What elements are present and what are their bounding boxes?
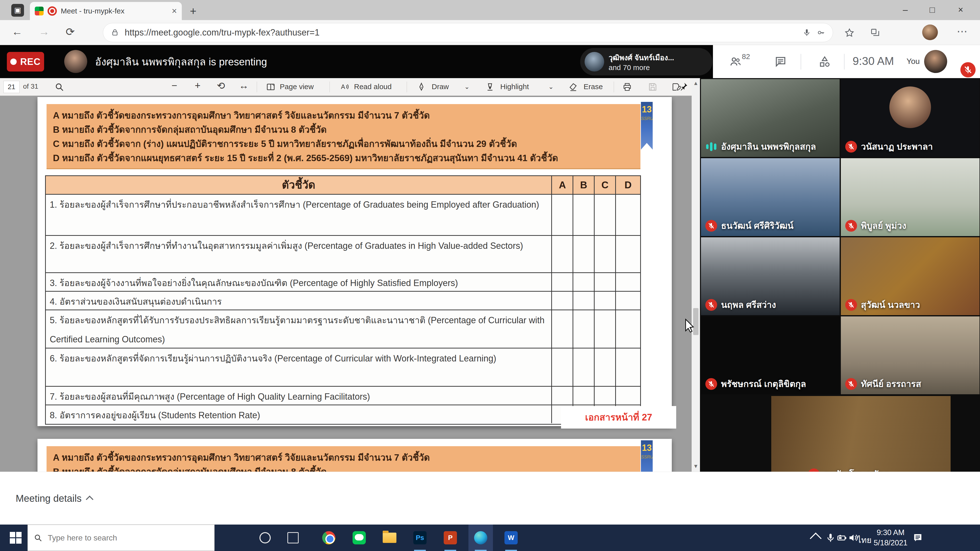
participant-name: คมสัน โสมณวัตร bbox=[824, 467, 889, 472]
indicator-text: 4. อัตราส่วนของเงินสนับสนุนต่องบดำเนินกา… bbox=[46, 292, 551, 310]
zoom-in-icon[interactable]: + bbox=[195, 80, 200, 91]
chevron-up-icon bbox=[86, 495, 93, 503]
cell-c bbox=[594, 195, 615, 235]
highlight-dropdown-icon[interactable]: ⌄ bbox=[548, 83, 554, 91]
favorites-star-icon[interactable] bbox=[844, 27, 855, 38]
print-icon[interactable] bbox=[622, 82, 632, 92]
cell-c bbox=[594, 348, 615, 386]
indicator-table: ตัวชี้วัด A B C D 1. ร้อยละของผู้สำเร็จก… bbox=[45, 175, 641, 425]
url-field[interactable]: https://meet.google.com/tru-mypk-fex?aut… bbox=[103, 23, 833, 42]
save-icon[interactable] bbox=[648, 82, 657, 92]
back-button[interactable]: ← bbox=[12, 25, 22, 38]
cell-b bbox=[573, 387, 594, 405]
fit-to-width-icon[interactable]: ↔ bbox=[239, 80, 249, 91]
taskbar-line-app[interactable] bbox=[347, 524, 371, 551]
speaking-indicator-icon bbox=[705, 141, 717, 152]
indicator-text: 3. ร้อยละของผู้จ้างงานที่พอใจอย่างยิ่งใน… bbox=[46, 273, 551, 291]
chat-icon[interactable] bbox=[774, 56, 787, 68]
pdf-scrollbar[interactable]: ▲ ▼ bbox=[692, 78, 700, 472]
taskbar-photoshop[interactable]: Ps bbox=[408, 524, 432, 551]
window-close-button[interactable]: × bbox=[950, 4, 972, 16]
taskbar-powerpoint[interactable]: P bbox=[438, 524, 463, 551]
browser-menu-icon[interactable]: ⋯ bbox=[957, 25, 967, 38]
meeting-details-button[interactable]: Meeting details bbox=[16, 472, 93, 525]
tray-clock[interactable]: 9:30 AM 5/18/2021 bbox=[872, 527, 909, 548]
highlight-label[interactable]: Highlight bbox=[500, 83, 529, 91]
mic-muted-icon bbox=[705, 299, 717, 311]
collections-icon[interactable] bbox=[870, 27, 881, 38]
people-icon[interactable] bbox=[729, 56, 742, 68]
participant-name: พิบูลย์ พูม่วง bbox=[861, 219, 906, 233]
pdf-toolbar: of 31 − + ⟲ ↔ Page view Read aloud Draw … bbox=[0, 78, 692, 96]
zoom-out-icon[interactable]: − bbox=[172, 80, 177, 91]
tray-expand-icon[interactable] bbox=[810, 533, 821, 545]
participant-tile[interactable]: ทัศนีย์ อรรถารส bbox=[841, 316, 980, 394]
voice-search-icon[interactable] bbox=[802, 28, 811, 37]
window-minimize-button[interactable]: – bbox=[894, 4, 916, 16]
search-input[interactable] bbox=[47, 533, 208, 543]
draw-label[interactable]: Draw bbox=[432, 83, 449, 91]
scroll-down-icon[interactable]: ▼ bbox=[692, 463, 700, 470]
taskbar-file-explorer[interactable] bbox=[377, 524, 402, 551]
participant-name: สุวัฒน์ นวลขาว bbox=[861, 298, 920, 312]
highlight-icon[interactable] bbox=[485, 82, 495, 92]
workspaces-icon[interactable]: ▣ bbox=[11, 4, 24, 17]
cortana-button[interactable] bbox=[253, 524, 277, 551]
cell-a bbox=[551, 387, 573, 405]
rotate-icon[interactable]: ⟲ bbox=[217, 80, 225, 91]
taskbar-edge[interactable] bbox=[468, 524, 493, 551]
table-row: 7. ร้อยละของผู้สอนที่มีคุณภาพสูง (Percen… bbox=[46, 387, 640, 405]
browser-profile-avatar[interactable] bbox=[922, 24, 938, 40]
scroll-up-icon[interactable]: ▲ bbox=[692, 80, 700, 86]
participant-tile[interactable]: พิบูลย์ พูม่วง bbox=[841, 158, 980, 236]
taskbar-chrome[interactable] bbox=[317, 524, 341, 551]
legend-line-c: C หมายถึง ตัวชี้วัดจาก (ร่าง) แผนปฏิบัติ… bbox=[53, 137, 634, 151]
pin-toolbar-icon[interactable] bbox=[679, 81, 689, 91]
participant-tile[interactable]: วนัสนาฏ ประพาลา bbox=[841, 79, 980, 157]
table-row: 8. อัตราการคงอยู่ของผู้เรียน (Students R… bbox=[46, 405, 640, 423]
mic-muted-icon bbox=[705, 378, 717, 390]
participant-tile[interactable]: สุวัฒน์ นวลขาว bbox=[841, 237, 980, 315]
read-aloud-icon[interactable] bbox=[339, 82, 349, 92]
password-key-icon[interactable] bbox=[816, 28, 826, 37]
page-number-input[interactable] bbox=[3, 81, 20, 93]
tab-close-icon[interactable]: × bbox=[172, 6, 177, 16]
task-view-button[interactable] bbox=[281, 524, 305, 551]
search-icon[interactable] bbox=[54, 82, 64, 92]
action-center-icon[interactable] bbox=[912, 532, 923, 543]
participant-tile[interactable]: พรัชษกรณ์ เกตุลิขิตกุล bbox=[701, 316, 840, 394]
taskbar-word[interactable]: W bbox=[499, 524, 523, 551]
forward-button[interactable]: → bbox=[39, 25, 49, 38]
tray-mic-icon[interactable] bbox=[825, 532, 836, 543]
participant-tile[interactable]: นฤพล ศรีสว่าง bbox=[701, 237, 840, 315]
refresh-button[interactable]: ⟳ bbox=[66, 25, 75, 38]
window-maximize-button[interactable]: □ bbox=[921, 4, 943, 16]
draw-dropdown-icon[interactable]: ⌄ bbox=[464, 83, 470, 91]
cell-c bbox=[594, 236, 615, 272]
browser-tab[interactable]: Meet - tru-mypk-fex × bbox=[30, 2, 182, 20]
taskbar-search[interactable] bbox=[27, 524, 215, 551]
read-aloud-label[interactable]: Read aloud bbox=[354, 83, 391, 91]
activities-icon[interactable] bbox=[818, 56, 831, 68]
participants-pill[interactable]: วุฒิพงศ์ จันทร์เมือง... and 70 more bbox=[580, 48, 713, 75]
start-button[interactable] bbox=[10, 532, 22, 544]
participant-name: นฤพล ศรีสว่าง bbox=[721, 298, 776, 312]
mic-muted-icon bbox=[705, 220, 717, 232]
self-view-avatar[interactable] bbox=[924, 50, 947, 73]
tray-battery-icon[interactable] bbox=[837, 532, 847, 543]
participant-tile[interactable]: อังศุมาลิน นพพรพิกุลสกุล bbox=[701, 79, 840, 157]
table-header-row: ตัวชี้วัด A B C D bbox=[46, 176, 640, 195]
draw-icon[interactable] bbox=[417, 82, 426, 92]
tray-date: 5/18/2021 bbox=[872, 538, 909, 548]
participant-tile[interactable]: คมสัน โสมณวัตร bbox=[771, 396, 951, 472]
cell-a bbox=[551, 273, 573, 291]
page-view-label[interactable]: Page view bbox=[280, 83, 313, 91]
mouse-cursor bbox=[685, 318, 695, 333]
new-tab-button[interactable]: + bbox=[190, 5, 196, 17]
column-header-a: A bbox=[551, 176, 573, 194]
tray-language-indicator[interactable]: ไทย bbox=[857, 534, 872, 546]
participant-tile[interactable]: ธนวัฒน์ ศรีศิริวัฒน์ bbox=[701, 158, 840, 236]
erase-icon[interactable] bbox=[568, 82, 578, 92]
page-view-icon[interactable] bbox=[266, 82, 275, 92]
erase-label[interactable]: Erase bbox=[584, 83, 603, 91]
